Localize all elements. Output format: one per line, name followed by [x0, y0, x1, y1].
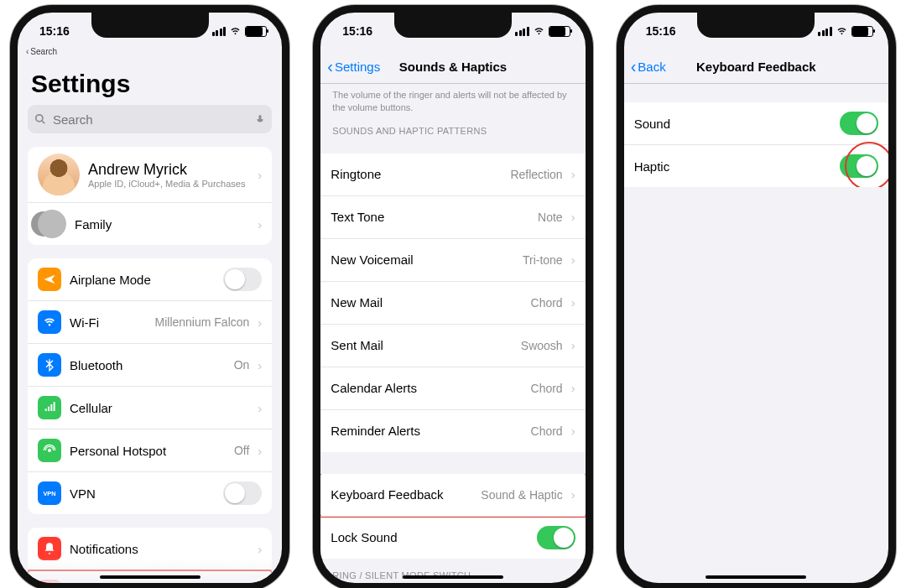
family-label: Family [75, 217, 249, 232]
row-label: Keyboard Feedback [331, 487, 472, 502]
wifi-icon [533, 27, 545, 36]
page-title: Settings [28, 49, 272, 105]
settings-row[interactable]: Personal HotspotOff› [28, 429, 272, 471]
search-field[interactable] [28, 105, 272, 133]
family-row[interactable]: Family › [28, 202, 272, 245]
chevron-right-icon: › [571, 424, 575, 437]
chevron-right-icon: › [571, 296, 575, 309]
sound-pattern-row[interactable]: Reminder AlertsChord› [320, 409, 585, 452]
row-label: Personal Hotspot [70, 444, 226, 458]
row-label: Text Tone [331, 210, 529, 224]
nav-bar: ‹Settings Sounds & Haptics [320, 49, 585, 84]
toggle[interactable] [840, 112, 878, 135]
row-label: Haptic [634, 159, 831, 174]
toggle[interactable] [223, 481, 262, 505]
row-label: Lock Sound [331, 530, 528, 544]
chevron-right-icon: › [258, 445, 262, 457]
row-value: Tri-tone [523, 253, 563, 267]
back-button[interactable]: ‹Back [631, 60, 666, 74]
feedback-row[interactable]: Haptic [624, 144, 888, 187]
sound-pattern-row[interactable]: New VoicemailTri-tone› [320, 238, 585, 281]
sound-pattern-row[interactable]: Calendar AlertsChord› [320, 367, 585, 409]
settings-row[interactable]: Cellular› [28, 386, 272, 429]
home-indicator[interactable] [706, 575, 806, 579]
chevron-right-icon: › [571, 211, 575, 223]
row-value: Note [538, 211, 563, 224]
lock-sound-row[interactable]: Lock Sound [320, 516, 585, 559]
settings-row[interactable]: BluetoothOn› [28, 343, 272, 386]
status-time: 15:16 [342, 24, 372, 38]
back-button[interactable]: ‹Settings [327, 60, 380, 74]
nav-title: Sounds & Haptics [399, 60, 507, 74]
apple-id-row[interactable]: Andrew Myrick Apple ID, iCloud+, Media &… [28, 147, 272, 202]
row-label: Ringtone [331, 167, 502, 181]
chevron-right-icon: › [571, 168, 575, 180]
settings-row[interactable]: Wi-FiMillennium Falcon› [28, 300, 272, 343]
chevron-right-icon: › [258, 359, 262, 372]
toggle[interactable] [840, 154, 878, 178]
connectivity-group: Airplane ModeWi-FiMillennium Falcon›Blue… [28, 258, 272, 514]
volume-note: The volume of the ringer and alerts will… [320, 84, 585, 114]
keyboard-feedback-row[interactable]: Keyboard Feedback Sound & Haptic › [320, 474, 585, 516]
svg-point-0 [36, 115, 43, 122]
row-value: On [234, 358, 250, 372]
profile-name: Andrew Myrick [88, 161, 249, 179]
battery-icon [549, 26, 570, 37]
home-indicator[interactable] [100, 575, 200, 579]
cellular-icon [38, 396, 61, 419]
breadcrumb-back[interactable]: ‹Search [26, 47, 57, 56]
profile-sub: Apple ID, iCloud+, Media & Purchases [88, 179, 249, 189]
row-label: Notifications [70, 542, 249, 556]
lock-sound-toggle[interactable] [537, 526, 575, 549]
notch [394, 13, 512, 38]
row-value: Sound & Haptic [481, 488, 562, 502]
chevron-right-icon: › [258, 169, 262, 181]
search-input[interactable] [51, 112, 250, 127]
chevron-right-icon: › [571, 339, 575, 351]
airplane-icon [38, 268, 61, 291]
sound-pattern-row[interactable]: RingtoneReflection› [320, 154, 585, 195]
row-value: Chord [531, 296, 563, 310]
row-value: Reflection [510, 168, 562, 181]
row-label: New Mail [331, 295, 522, 310]
search-icon [34, 113, 46, 125]
chevron-right-icon: › [571, 488, 575, 501]
cellular-bars-icon [818, 27, 832, 36]
settings-row[interactable]: Airplane Mode [28, 258, 272, 300]
row-label: Calendar Alerts [331, 381, 522, 395]
home-indicator[interactable] [403, 575, 503, 579]
notch [91, 13, 209, 38]
row-label: Bluetooth [70, 358, 226, 372]
sound-pattern-row[interactable]: New MailChord› [320, 281, 585, 324]
row-value: Chord [531, 424, 563, 438]
settings-row[interactable]: VPNVPN [28, 471, 272, 514]
wifi-icon [229, 27, 242, 36]
sound-pattern-row[interactable]: Text ToneNote› [320, 195, 585, 238]
row-label: Cellular [70, 401, 249, 415]
toggle[interactable] [223, 268, 262, 291]
row-value: Millennium Falcon [155, 315, 250, 329]
row-value: Swoosh [521, 339, 563, 352]
keyboard-lock-group: Keyboard Feedback Sound & Haptic › Lock … [320, 474, 585, 559]
row-label: Reminder Alerts [331, 424, 522, 438]
battery-icon [245, 26, 267, 37]
feedback-row[interactable]: Sound [624, 102, 888, 144]
svg-line-1 [42, 121, 45, 124]
cellular-bars-icon [515, 27, 529, 36]
battery-icon [851, 26, 873, 37]
bluetooth-icon [38, 353, 61, 377]
wifi-icon [38, 310, 61, 334]
row-label: Sent Mail [331, 338, 513, 352]
row-label: Wi-Fi [70, 315, 147, 330]
chevron-right-icon: › [571, 253, 575, 266]
avatar [38, 154, 80, 195]
sound-pattern-row[interactable]: Sent MailSwoosh› [320, 324, 585, 367]
nav-bar: ‹Back Keyboard Feedback [624, 49, 888, 84]
sound-patterns-group: RingtoneReflection›Text ToneNote›New Voi… [320, 154, 585, 452]
cellular-bars-icon [212, 27, 226, 36]
chevron-right-icon: › [258, 402, 262, 414]
section-header: RING / SILENT MODE SWITCH [320, 559, 585, 583]
mic-icon [255, 114, 265, 124]
chevron-right-icon: › [571, 382, 575, 394]
notch [697, 13, 815, 38]
